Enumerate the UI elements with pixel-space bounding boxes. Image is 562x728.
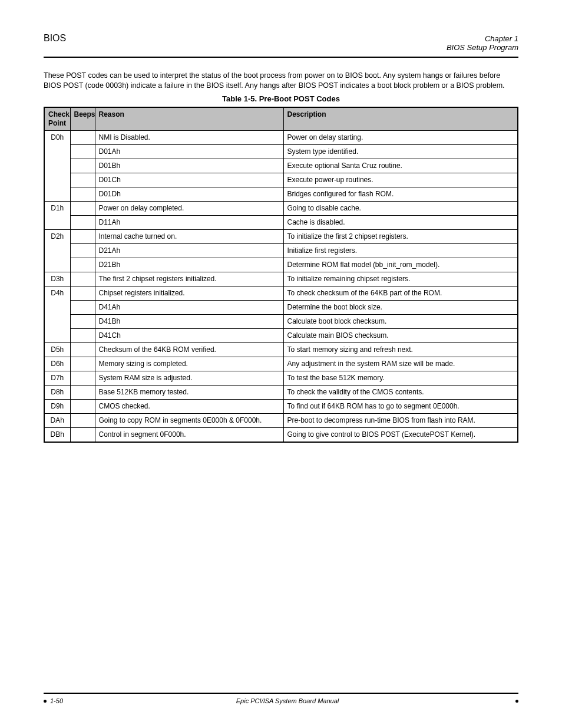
checkpoint-cell: D9h <box>44 399 70 413</box>
description-cell: Any adjustment in the system RAM size wi… <box>283 357 518 371</box>
beep-cell <box>70 371 95 385</box>
beep-cell <box>70 173 95 187</box>
footer-rule <box>44 693 518 694</box>
checkpoint-cell: D0h <box>44 130 70 201</box>
table-row: D01AhSystem type identified. <box>44 144 518 159</box>
col-checkpoint-header: Check Point <box>44 107 70 131</box>
beep-cell <box>70 357 95 371</box>
header-rule <box>44 57 518 58</box>
beep-cell <box>70 328 95 342</box>
header-right: Chapter 1 BIOS Setup Program <box>447 34 518 52</box>
description-cell: Determine the boot block size. <box>283 300 518 314</box>
reason-cell: D41Ch <box>95 328 283 342</box>
reason-cell: Power on delay completed. <box>95 201 283 215</box>
table-row: D6hMemory sizing is completed.Any adjust… <box>44 357 518 371</box>
col-reason-header: Reason <box>95 107 283 131</box>
description-cell: Execute power-up routines. <box>283 173 518 187</box>
description-cell: To start memory sizing and refresh next. <box>283 342 518 357</box>
description-cell: To check the validity of the CMOS conten… <box>283 385 518 399</box>
checkpoint-cell: DBh <box>44 427 70 442</box>
reason-cell: Going to copy ROM in segments 0E000h & 0… <box>95 413 283 427</box>
reason-cell: D01Bh <box>95 159 283 173</box>
reason-cell: D21Bh <box>95 258 283 272</box>
description-cell: To test the base 512K memory. <box>283 371 518 385</box>
table-row: D11AhCache is disabled. <box>44 215 518 229</box>
description-cell: Calculate boot block checksum. <box>283 314 518 328</box>
post-codes-table: Check Point Beeps Reason Description D0h… <box>44 107 518 443</box>
table-row: DBhControl in segment 0F000h.Going to gi… <box>44 427 518 442</box>
footer-left: 1-50 <box>44 697 63 704</box>
checkpoint-cell: D2h <box>44 229 70 272</box>
table-row: D5hChecksum of the 64KB ROM verified.To … <box>44 342 518 357</box>
beep-cell <box>70 286 95 300</box>
intro-paragraph: These POST codes can be used to interpre… <box>44 71 518 91</box>
description-cell: To check checksum of the 64KB part of th… <box>283 286 518 300</box>
description-cell: To find out if 64KB ROM has to go to seg… <box>283 399 518 413</box>
table-row: D41BhCalculate boot block checksum. <box>44 314 518 328</box>
header-right-line1: Chapter 1 <box>447 34 518 43</box>
table-row: D0hNMI is Disabled.Power on delay starti… <box>44 130 518 144</box>
checkpoint-cell: D7h <box>44 371 70 385</box>
description-cell: To initialize the first 2 chipset regist… <box>283 229 518 243</box>
header-left: BIOS <box>44 33 66 44</box>
description-cell: Going to give control to BIOS POST (Exec… <box>283 427 518 442</box>
description-cell: System type identified. <box>283 144 518 159</box>
reason-cell: D21Ah <box>95 243 283 258</box>
beep-cell <box>70 427 95 442</box>
beep-cell <box>70 342 95 357</box>
beep-cell <box>70 159 95 173</box>
reason-cell: Control in segment 0F000h. <box>95 427 283 442</box>
beep-cell <box>70 399 95 413</box>
reason-cell: D41Ah <box>95 300 283 314</box>
description-cell: Going to disable cache. <box>283 201 518 215</box>
description-cell: Determine ROM flat model (bb_init_rom_mo… <box>283 258 518 272</box>
beep-cell <box>70 385 95 399</box>
reason-cell: System RAM size is adjusted. <box>95 371 283 385</box>
description-cell: Execute optional Santa Cruz routine. <box>283 159 518 173</box>
table-row: D01ChExecute power-up routines. <box>44 173 518 187</box>
description-cell: Bridges configured for flash ROM. <box>283 187 518 201</box>
checkpoint-cell: D5h <box>44 342 70 357</box>
beep-cell <box>70 201 95 215</box>
table-row: D9hCMOS checked.To find out if 64KB ROM … <box>44 399 518 413</box>
reason-cell: Chipset registers initialized. <box>95 286 283 300</box>
table-row: D01BhExecute optional Santa Cruz routine… <box>44 159 518 173</box>
checkpoint-cell: D6h <box>44 357 70 371</box>
table-row: D21AhInitialize first registers. <box>44 243 518 258</box>
checkpoint-cell: D4h <box>44 286 70 342</box>
checkpoint-cell: D3h <box>44 272 70 286</box>
col-description-header: Description <box>283 107 518 131</box>
bullet-icon <box>44 700 47 703</box>
description-cell: Power on delay starting. <box>283 130 518 144</box>
beep-cell <box>70 215 95 229</box>
beep-cell <box>70 187 95 201</box>
reason-cell: D01Ah <box>95 144 283 159</box>
description-cell: Calculate main BIOS checksum. <box>283 328 518 342</box>
footer-right <box>512 700 518 703</box>
beep-cell <box>70 314 95 328</box>
table-row: D3hThe first 2 chipset registers initial… <box>44 272 518 286</box>
beep-cell <box>70 144 95 159</box>
reason-cell: Memory sizing is completed. <box>95 357 283 371</box>
beep-cell <box>70 413 95 427</box>
table-row: D1hPower on delay completed.Going to dis… <box>44 201 518 215</box>
description-cell: To initialize remaining chipset register… <box>283 272 518 286</box>
reason-cell: Base 512KB memory tested. <box>95 385 283 399</box>
table-row: D01DhBridges configured for flash ROM. <box>44 187 518 201</box>
table-header-row: Check Point Beeps Reason Description <box>44 107 518 131</box>
bullet-icon <box>515 700 518 703</box>
table-row: D4hChipset registers initialized.To chec… <box>44 286 518 300</box>
beep-cell <box>70 229 95 243</box>
table-row: D7hSystem RAM size is adjusted.To test t… <box>44 371 518 385</box>
footer-center: Epic PCI/ISA System Board Manual <box>236 697 339 704</box>
table-row: D41ChCalculate main BIOS checksum. <box>44 328 518 342</box>
beep-cell <box>70 130 95 144</box>
checkpoint-cell: D1h <box>44 201 70 229</box>
reason-cell: Internal cache turned on. <box>95 229 283 243</box>
reason-cell: NMI is Disabled. <box>95 130 283 144</box>
description-cell: Cache is disabled. <box>283 215 518 229</box>
table-row: D2hInternal cache turned on.To initializ… <box>44 229 518 243</box>
table-row: D21BhDetermine ROM flat model (bb_init_r… <box>44 258 518 272</box>
table-row: D41AhDetermine the boot block size. <box>44 300 518 314</box>
beep-cell <box>70 243 95 258</box>
